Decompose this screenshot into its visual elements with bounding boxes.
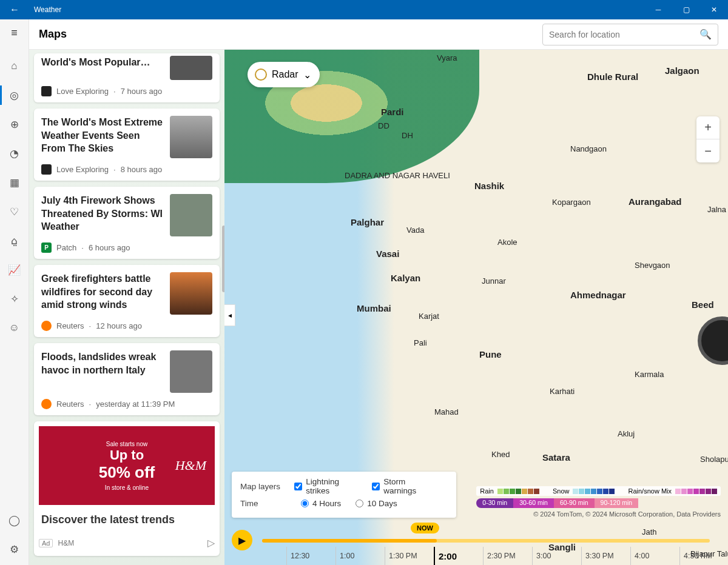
map-attribution: © 2024 TomTom, © 2024 Microsoft Corporat… — [476, 510, 721, 518]
nav-feedback-icon[interactable]: ☺ — [0, 321, 29, 335]
city-label: Jalna — [707, 205, 726, 214]
news-headline: Floods, landslides wreak havoc in northe… — [41, 350, 164, 393]
chevron-down-icon: ⌄ — [303, 69, 311, 81]
city-label: Vada — [406, 226, 424, 235]
ad-menu-icon[interactable]: ▷ — [207, 537, 215, 549]
nav-trends-icon[interactable]: 📈 — [0, 262, 29, 277]
city-label: Mahad — [434, 407, 459, 416]
search-icon[interactable]: 🔍 — [699, 28, 712, 40]
nav-favorites-icon[interactable]: ✧ — [0, 292, 29, 306]
city-label: Mumbai — [357, 303, 391, 313]
nav-pollen-icon[interactable]: ♡ — [0, 204, 29, 219]
nav-monthly-icon[interactable]: ▦ — [0, 175, 29, 190]
publisher-icon — [41, 321, 52, 331]
top-bar: Maps 🔍 — [29, 19, 728, 50]
news-thumb — [170, 56, 212, 80]
city-label: Pali — [414, 338, 427, 347]
minimize-button[interactable]: ─ — [644, 0, 672, 19]
collapse-news-button[interactable]: ◂ — [224, 304, 235, 326]
close-button[interactable]: ✕ — [700, 0, 728, 19]
city-label: Akole — [497, 238, 517, 247]
timeline-tick[interactable]: 12:30 — [286, 547, 335, 565]
news-card[interactable]: The World's Most Extreme Weather Events … — [34, 109, 220, 181]
nav-settings-icon[interactable]: ⚙ — [0, 542, 29, 557]
city-label: DADRA AND NAGAR HAVELI — [345, 171, 450, 180]
city-label: Kalyan — [391, 273, 420, 283]
timeline-tick[interactable]: 4:00 — [630, 547, 679, 565]
hamburger-icon[interactable]: ≡ — [11, 27, 18, 39]
nav-hourly-icon[interactable]: ◔ — [0, 146, 29, 161]
news-thumb — [170, 350, 212, 393]
news-thumb — [170, 116, 212, 158]
city-label: Karmala — [635, 370, 664, 379]
storm-checkbox[interactable]: Storm warnings — [372, 477, 433, 495]
timeline-tick[interactable]: 1:30 PM — [385, 547, 434, 565]
city-label: Pune — [479, 349, 502, 359]
play-button[interactable]: ▶ — [232, 530, 252, 550]
timeline-tick[interactable]: 3:30 PM — [581, 547, 630, 565]
city-label: Vasai — [376, 249, 399, 259]
city-label: DD — [378, 121, 389, 130]
city-label: Kopargaon — [552, 198, 591, 207]
news-card[interactable]: Floods, landslides wreak havoc in northe… — [34, 343, 220, 415]
zoom-in-button[interactable]: + — [696, 116, 720, 139]
city-label: Shevgaon — [635, 261, 670, 270]
city-label: Vyara — [437, 53, 457, 62]
news-headline: Greek firefighters battle wildfires for … — [41, 272, 164, 315]
timeline-tick[interactable]: 2:00 — [434, 547, 483, 565]
now-indicator: NOW — [411, 523, 439, 533]
news-headline: The World's Most Extreme Weather Events … — [41, 116, 164, 158]
publisher-icon: P — [41, 242, 52, 253]
time-10days-radio[interactable]: 10 Days — [356, 499, 397, 508]
city-label: Satara — [542, 452, 570, 463]
timeline-track[interactable] — [262, 539, 710, 543]
layer-select-button[interactable]: Radar ⌄ — [248, 62, 320, 87]
news-card[interactable]: July 4th Firework Shows Threatened By St… — [34, 187, 220, 259]
nav-forecast-icon[interactable]: ⌂ — [0, 59, 29, 73]
city-label: Nandgaon — [570, 144, 607, 153]
maximize-button[interactable]: ▢ — [672, 0, 700, 19]
ad-tag: Ad — [39, 539, 53, 547]
news-headline: World's Most Popular… — [41, 56, 164, 80]
timeline-tick[interactable]: 4:30 PM — [679, 547, 728, 565]
news-panel: World's Most Popular… Love Exploring · 7… — [29, 50, 224, 565]
ad-brand-logo: H&M — [175, 458, 206, 473]
lightning-checkbox[interactable]: Lightning strikes — [294, 477, 357, 495]
timeline-tick[interactable]: 1:00 — [335, 547, 385, 565]
city-label: Pardi — [381, 107, 404, 117]
nav-3d-icon[interactable]: ⊕ — [0, 117, 29, 132]
nav-rail: ≡ ⌂ ◎ ⊕ ◔ ▦ ♡ ⌂̤ 📈 ✧ ☺ ◯ ⚙ — [0, 19, 29, 565]
timeline-tick[interactable]: 3:00 — [532, 547, 581, 565]
back-button[interactable]: ← — [0, 4, 29, 15]
timeline-tick[interactable]: 2:30 PM — [483, 547, 532, 565]
city-label: Nashik — [474, 181, 504, 191]
publisher-icon — [41, 86, 52, 96]
radar-icon — [255, 69, 267, 81]
zoom-out-button[interactable]: − — [696, 139, 720, 162]
time-4hours-radio[interactable]: 4 Hours — [301, 499, 341, 508]
news-headline: July 4th Firework Shows Threatened By St… — [41, 194, 164, 236]
ad-caption: Discover the latest trends — [41, 513, 212, 526]
nav-maps-icon[interactable]: ◎ — [0, 88, 29, 102]
nav-life-icon[interactable]: ⌂̤ — [0, 233, 29, 248]
nav-account-icon[interactable]: ◯ — [0, 513, 29, 527]
publisher-icon — [41, 164, 52, 175]
map-canvas[interactable]: VyaraDhule RuralJalgaonPardiDDDHNandgaon… — [224, 50, 728, 565]
search-box[interactable]: 🔍 — [542, 24, 718, 45]
city-label: Aurangabad — [629, 196, 682, 207]
city-label: Sholapur — [700, 455, 728, 464]
news-card[interactable]: World's Most Popular… Love Exploring · 7… — [34, 53, 220, 102]
zoom-control: + − — [696, 116, 720, 162]
news-thumb — [170, 194, 212, 236]
city-label: Junnar — [482, 276, 506, 286]
map-layers-panel: Map layers Lightning strikes Storm warni… — [232, 472, 456, 518]
city-label: Karjat — [419, 312, 439, 321]
ad-card[interactable]: Sale starts now Up to 50% off In store &… — [34, 421, 220, 556]
city-label: Karhati — [550, 387, 575, 396]
city-label: Ahmednagar — [570, 290, 626, 300]
ad-banner: Sale starts now Up to 50% off In store &… — [39, 426, 215, 505]
app-title: Weather — [29, 5, 61, 14]
page-title: Maps — [39, 28, 67, 41]
news-card[interactable]: Greek firefighters battle wildfires for … — [34, 265, 220, 337]
search-input[interactable] — [549, 30, 699, 39]
